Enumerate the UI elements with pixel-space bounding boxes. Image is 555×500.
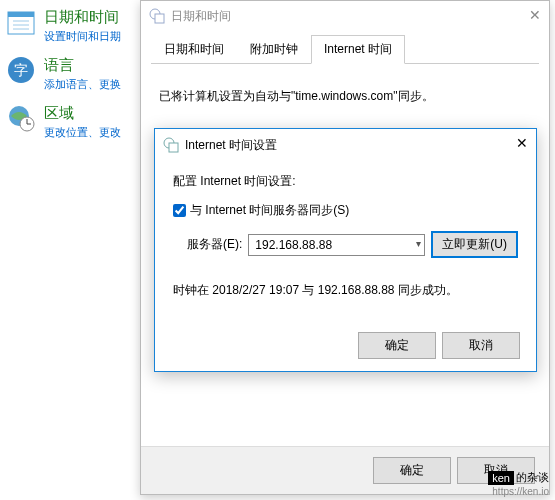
- server-combobox[interactable]: ▾: [248, 234, 425, 256]
- sync-checkbox[interactable]: [173, 204, 186, 217]
- datetime-icon: [149, 8, 165, 24]
- update-now-button[interactable]: 立即更新(U): [431, 231, 518, 258]
- datetime-icon: [163, 137, 179, 153]
- dialog-footer: 确定 取消: [358, 332, 520, 359]
- server-row: 服务器(E): ▾ 立即更新(U): [173, 231, 518, 258]
- sidebar-sub[interactable]: 设置时间和日期: [44, 29, 121, 44]
- watermark-url: https://ken.io: [488, 486, 549, 497]
- svg-rect-12: [155, 14, 164, 23]
- chevron-down-icon[interactable]: ▾: [416, 238, 421, 249]
- ok-button[interactable]: 确定: [373, 457, 451, 484]
- control-panel-sidebar: 日期和时间 设置时间和日期 字 语言 添加语言、更换 区域 更改位置、更改: [0, 0, 140, 160]
- dialog-body: 配置 Internet 时间设置: 与 Internet 时间服务器同步(S) …: [155, 161, 536, 323]
- language-icon: 字: [6, 56, 36, 84]
- tab-internet-time[interactable]: Internet 时间: [311, 35, 405, 64]
- sidebar-item-region[interactable]: 区域 更改位置、更改: [6, 104, 134, 140]
- sidebar-sub[interactable]: 添加语言、更换: [44, 77, 121, 92]
- tab-datetime[interactable]: 日期和时间: [151, 35, 237, 64]
- sidebar-item-datetime[interactable]: 日期和时间 设置时间和日期: [6, 8, 134, 44]
- sync-checkbox-row[interactable]: 与 Internet 时间服务器同步(S): [173, 202, 518, 219]
- dialog-heading: 配置 Internet 时间设置:: [173, 173, 518, 190]
- sync-status: 时钟在 2018/2/27 19:07 与 192.168.88.88 同步成功…: [173, 282, 518, 299]
- window-titlebar: 日期和时间 ✕: [141, 1, 549, 31]
- watermark-text: 的杂谈: [516, 470, 549, 485]
- svg-rect-14: [169, 143, 178, 152]
- close-icon[interactable]: ✕: [516, 135, 528, 151]
- internet-time-settings-dialog: Internet 时间设置 ✕ 配置 Internet 时间设置: 与 Inte…: [154, 128, 537, 372]
- cancel-button[interactable]: 取消: [442, 332, 520, 359]
- server-label: 服务器(E):: [187, 236, 242, 253]
- close-icon[interactable]: ✕: [529, 7, 541, 23]
- calendar-icon: [6, 8, 36, 36]
- sync-checkbox-label: 与 Internet 时间服务器同步(S): [190, 202, 349, 219]
- sidebar-title: 区域: [44, 104, 121, 123]
- sidebar-title: 语言: [44, 56, 121, 75]
- svg-rect-1: [8, 12, 34, 17]
- dialog-titlebar: Internet 时间设置 ✕: [155, 129, 536, 161]
- svg-text:字: 字: [14, 62, 28, 78]
- sidebar-sub[interactable]: 更改位置、更改: [44, 125, 121, 140]
- tab-row: 日期和时间 附加时钟 Internet 时间: [141, 35, 549, 64]
- watermark-badge: ken: [488, 471, 514, 485]
- ok-button[interactable]: 确定: [358, 332, 436, 359]
- globe-clock-icon: [6, 104, 36, 132]
- sync-description: 已将计算机设置为自动与"time.windows.com"同步。: [141, 64, 549, 123]
- sidebar-title: 日期和时间: [44, 8, 121, 27]
- server-input[interactable]: [248, 234, 425, 256]
- sidebar-item-language[interactable]: 字 语言 添加语言、更换: [6, 56, 134, 92]
- watermark: ken 的杂谈 https://ken.io: [488, 470, 549, 497]
- dialog-title: Internet 时间设置: [185, 137, 277, 154]
- tab-additional-clocks[interactable]: 附加时钟: [237, 35, 311, 64]
- window-title: 日期和时间: [171, 8, 231, 25]
